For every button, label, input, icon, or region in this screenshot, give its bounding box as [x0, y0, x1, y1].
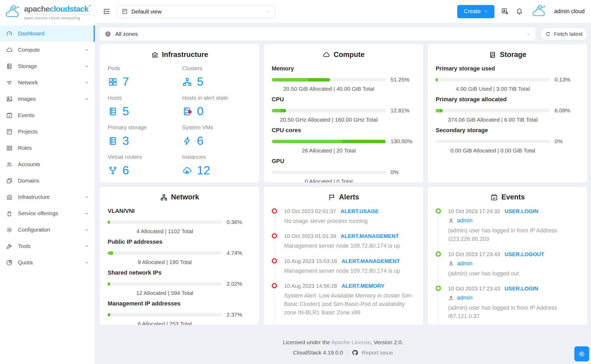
report-issue-link[interactable]: Report issue [362, 349, 393, 356]
main-area: Default view Create [95, 0, 591, 364]
sidebar-item-quota[interactable]: Quota [0, 254, 95, 271]
alert-dot-icon [272, 233, 277, 238]
alert-item: 10 Aug 2023 14:56:28ALERT.MEMORYSystem A… [272, 283, 416, 317]
alert-item: 10 Oct 2023 02:01:37ALERT.USAGENo usage … [272, 208, 416, 225]
version-line: CloudStack 4.19.0.0 | Report issue [95, 349, 591, 356]
sidebar-item-label: Domains [18, 178, 39, 184]
brand-title: apachecloudstack™ [24, 5, 91, 13]
usage-caption: 20.50 GiB Allocated | 40.00 GiB Total [272, 86, 386, 92]
stat-value-link[interactable]: 6 [197, 134, 203, 148]
sidebar-item-compute[interactable]: Compute [0, 42, 95, 58]
sidebar-item-events[interactable]: Events [0, 107, 95, 123]
wrench-icon [6, 243, 13, 250]
team-icon [6, 161, 13, 168]
sidebar-item-network[interactable]: Network [0, 74, 95, 91]
sidebar-item-accounts[interactable]: Accounts [0, 156, 95, 173]
stat-label: Primary storage [108, 124, 177, 131]
sidebar: apachecloudstack™ open source cloud comp… [0, 0, 95, 364]
sidebar-item-infrastructure[interactable]: Infrastructure [0, 189, 95, 205]
infrastructure-card: Infrastructure Pods7Clusters5Hosts5Hosts… [100, 44, 259, 183]
sidebar-item-images[interactable]: Images [0, 91, 95, 107]
events-card-title: Events [436, 193, 579, 201]
progress-track [108, 282, 222, 286]
progress-track [272, 171, 386, 174]
sidebar-item-roles[interactable]: Roles [0, 140, 95, 156]
footer: Licensed under the Apache License, Versi… [95, 339, 591, 356]
event-user-row: admin [448, 260, 579, 267]
event-user-link[interactable]: admin [457, 260, 473, 267]
event-item: 10 Oct 2023 17:23:43USER.LOGOUTadmin(adm… [436, 251, 579, 278]
progress-percent: 2.02% [222, 281, 251, 287]
stat-value-link[interactable]: 0 [197, 104, 203, 118]
alert-dot-icon [272, 283, 277, 288]
stat-label: System VMs [182, 124, 251, 131]
stat-value-link[interactable]: 5 [197, 75, 203, 89]
alert-type-link[interactable]: ALERT.MANAGEMENT [341, 258, 400, 264]
sidebar-item-storage[interactable]: Storage [0, 58, 95, 74]
sidebar-item-tools[interactable]: Tools [0, 238, 95, 254]
compute-section-gpu: GPU0%0 Allocated | 0 Total [272, 158, 416, 183]
alert-date: 10 Oct 2023 01:01:39 [284, 233, 336, 239]
user-icon [448, 261, 454, 267]
menu-fold-icon[interactable] [102, 7, 111, 16]
stat-value-link[interactable]: 7 [122, 75, 129, 89]
view-selector[interactable]: Default view [117, 5, 275, 18]
chevron-down-icon [84, 228, 89, 232]
progress-bar-row: 0% [272, 169, 416, 175]
sidebar-item-service-offerings[interactable]: Service offerings [0, 205, 95, 222]
chevron-down-icon [526, 32, 531, 36]
progress-percent: 51.25% [386, 76, 415, 83]
zone-selector[interactable]: All zones [100, 27, 536, 41]
event-user-link[interactable]: admin [457, 295, 473, 301]
usage-label: CPU cores [272, 127, 416, 134]
alerts-timeline: 10 Oct 2023 02:01:37ALERT.USAGENo usage … [272, 208, 416, 325]
stat-label: Pods [108, 65, 177, 71]
create-button[interactable]: Create [457, 5, 495, 18]
progress-fill [108, 221, 110, 224]
usage-label: Primary storage used [436, 65, 579, 72]
alert-date: 10 Aug 2023 14:56:28 [284, 283, 337, 289]
event-type-link[interactable]: USER.LOGIN [505, 285, 538, 292]
usage-caption: 0.00 GiB Allocated | 0.00 GiB Total [436, 147, 550, 154]
stat-value-link[interactable]: 6 [122, 164, 129, 177]
event-dot-icon [436, 208, 441, 214]
server-icon [108, 136, 118, 146]
user-avatar-monkey-icon[interactable] [530, 4, 548, 19]
apache-license-link[interactable]: Apache License [331, 339, 371, 345]
usage-label: Management IP addresses [108, 300, 251, 307]
sidebar-item-projects[interactable]: Projects [0, 123, 95, 140]
sidebar-item-dashboard[interactable]: Dashboard [0, 25, 95, 42]
network-section-vlan-vni: VLAN/VNI0.36%4 Allocated | 1102 Total [108, 208, 251, 234]
username[interactable]: admin cloud [554, 8, 585, 15]
event-type-link[interactable]: USER.LOGIN [505, 208, 538, 214]
brand-tagline: open source cloud computing [24, 14, 91, 20]
fetch-latest-button[interactable]: Fetch latest [540, 27, 587, 41]
cloud-server-icon [182, 165, 192, 176]
event-dot-icon [436, 286, 441, 291]
stat-value-link[interactable]: 5 [122, 104, 129, 118]
brand-text: apachecloudstack™ open source cloud comp… [24, 5, 91, 20]
stat-value-link[interactable]: 3 [122, 134, 129, 148]
alert-item: 10 Oct 2023 01:01:39ALERT.MANAGEMENTMana… [272, 233, 416, 250]
sidebar-item-configuration[interactable]: Configuration [0, 222, 95, 238]
settings-fab-button[interactable] [574, 346, 589, 361]
bell-icon[interactable] [515, 7, 523, 16]
cloud-icon [322, 51, 330, 59]
alert-meta: 10 Aug 2023 15:03:18ALERT.MANAGEMENT [284, 258, 416, 264]
event-type-link[interactable]: USER.LOGOUT [505, 251, 544, 257]
alert-type-link[interactable]: ALERT.USAGE [341, 208, 379, 214]
stat-value-link[interactable]: 12 [197, 164, 210, 177]
sidebar-item-label: Tools [18, 243, 31, 249]
alert-type-link[interactable]: ALERT.MANAGEMENT [341, 325, 400, 325]
progress-percent: 130.00% [386, 138, 415, 145]
network-card-title: Network [108, 193, 251, 201]
event-user-link[interactable]: admin [457, 217, 473, 224]
alert-type-link[interactable]: ALERT.MEMORY [341, 283, 384, 289]
alert-meta: 10 Aug 2023 14:56:28ALERT.MEMORY [284, 283, 416, 289]
alert-item: 10 Aug 2023 14:56:00ALERT.MANAGEMENTMana… [272, 325, 416, 325]
alert-type-link[interactable]: ALERT.MANAGEMENT [341, 233, 399, 239]
alert-dot-icon [272, 325, 277, 325]
translate-icon[interactable] [501, 7, 509, 16]
progress-bar-row: 12.81% [272, 107, 416, 114]
sidebar-item-domains[interactable]: Domains [0, 173, 95, 189]
